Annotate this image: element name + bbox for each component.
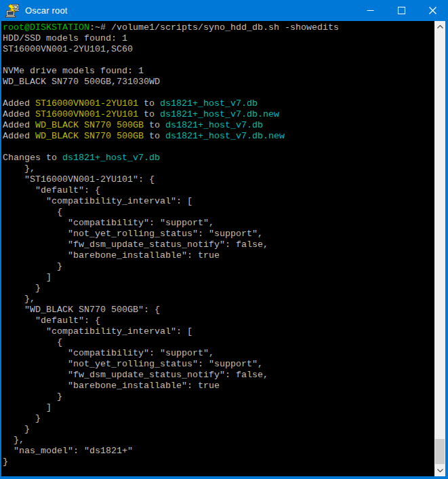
terminal-text-segment: ds1821+_host_v7.db: [165, 120, 263, 130]
terminal-text-segment: to: [138, 98, 160, 109]
terminal-text-segment: }: [3, 424, 30, 434]
terminal-text-segment: },: [3, 294, 35, 304]
terminal-line: },: [3, 435, 434, 446]
terminal-text-segment: "default": {: [3, 315, 100, 326]
terminal-line: [3, 55, 434, 66]
putty-window: Oscar root root@DISKSTATION:~# /volume1: [0, 0, 448, 479]
terminal-line: "default": {: [3, 315, 434, 326]
terminal-text-segment: WD_BLACK SN770 500GB: [35, 120, 144, 130]
terminal-line: "WD_BLACK SN770 500GB": {: [3, 305, 434, 315]
terminal-text-segment: HDD/SSD models found: 1: [3, 33, 127, 43]
scroll-down-button[interactable]: [434, 465, 445, 476]
terminal-line: Added ST16000VN001-2YU101 to ds1821+_hos…: [3, 98, 434, 109]
terminal-line: [3, 88, 434, 98]
terminal-text-segment: ST16000VN001-2YU101: [35, 109, 138, 119]
terminal-text-segment: Added: [3, 98, 35, 109]
terminal-line: "default": {: [3, 185, 434, 196]
terminal-screen[interactable]: root@DISKSTATION:~# /volume1/scripts/syn…: [1, 21, 434, 476]
terminal-line: Added WD_BLACK SN770 500GB to ds1821+_ho…: [3, 120, 434, 131]
terminal-text-segment: Added: [3, 109, 35, 119]
terminal-text-segment: NVMe drive models found: 1: [3, 66, 144, 76]
terminal-text-segment: ]: [3, 272, 52, 282]
terminal-line: "not_yet_rolling_status": "support",: [3, 359, 434, 370]
terminal-text-segment: "nas_model": "ds1821+": [3, 446, 133, 456]
terminal-text-segment: root@DISKSTATION: [3, 22, 89, 33]
terminal-line: ]: [3, 272, 434, 283]
terminal-line: "ST16000VN001-2YU101": {: [3, 174, 434, 185]
terminal-scrollbar[interactable]: [434, 21, 445, 476]
terminal-text-segment: ST16000VN001-2YU101: [35, 98, 138, 109]
minimize-button[interactable]: [354, 0, 386, 21]
window-title: Oscar root: [25, 5, 68, 16]
terminal-line: "compatibility_interval": [: [3, 326, 434, 337]
terminal-text-segment: "barebone_installable": true: [3, 381, 220, 391]
terminal-text-segment: "default": {: [3, 185, 100, 195]
terminal-text-segment: }: [3, 457, 8, 467]
terminal-text-segment: WD_BLACK SN770 500GB,731030WD: [3, 77, 160, 87]
terminal-text-segment: "compatibility_interval": [: [3, 326, 192, 337]
scroll-up-button[interactable]: [434, 21, 445, 33]
terminal-text-segment: to: [138, 109, 160, 119]
close-icon: [429, 7, 436, 14]
terminal-text-segment: },: [3, 435, 24, 445]
terminal-text-segment: ds1821+_host_v7.db.new: [160, 109, 279, 119]
terminal-text-segment: }: [3, 413, 41, 423]
putty-app-icon: [5, 4, 19, 18]
terminal-line: NVMe drive models found: 1: [3, 66, 434, 77]
terminal-line: ST16000VN001-2YU101,SC60: [3, 44, 434, 55]
terminal-line: "compatibility_interval": [: [3, 196, 434, 207]
terminal-line: ]: [3, 402, 434, 413]
window-body: root@DISKSTATION:~# /volume1/scripts/syn…: [1, 21, 445, 476]
chevron-up-icon: [437, 25, 443, 28]
terminal-line: "fw_dsm_update_status_notify": false,: [3, 240, 434, 250]
terminal-text-segment: "compatibility": "support",: [3, 218, 214, 228]
terminal-text-segment: "compatibility_interval": [: [3, 196, 192, 206]
close-button[interactable]: [417, 0, 448, 21]
maximize-button[interactable]: [386, 0, 417, 21]
terminal-line: }: [3, 457, 434, 467]
terminal-text-segment: ]: [3, 402, 52, 413]
terminal-text-segment: "ST16000VN001-2YU101": {: [3, 174, 155, 185]
terminal-text-segment: {: [3, 337, 62, 347]
terminal-text-segment: WD_BLACK SN770 500GB: [35, 131, 144, 141]
terminal-text-segment: "not_yet_rolling_status": "support",: [3, 359, 263, 369]
terminal-line: }: [3, 413, 434, 424]
terminal-line: "compatibility": "support",: [3, 218, 434, 229]
maximize-icon: [398, 7, 405, 14]
terminal-line: }: [3, 283, 434, 294]
terminal-text-segment: "not_yet_rolling_status": "support",: [3, 229, 263, 239]
terminal-text-segment: Changes to: [3, 153, 62, 163]
terminal-text-segment: },: [3, 164, 35, 174]
terminal-text-segment: }: [3, 283, 41, 293]
terminal-line: Added ST16000VN001-2YU101 to ds1821+_hos…: [3, 109, 434, 120]
terminal-text-segment: "WD_BLACK SN770 500GB": {: [3, 305, 160, 315]
terminal-text-segment: {: [3, 207, 62, 217]
titlebar[interactable]: Oscar root: [0, 0, 448, 21]
terminal-line: }: [3, 261, 434, 272]
chevron-down-icon: [437, 469, 443, 472]
terminal-line: Changes to ds1821+_host_v7.db: [3, 153, 434, 164]
terminal-line: }: [3, 391, 434, 402]
terminal-line: WD_BLACK SN770 500GB,731030WD: [3, 77, 434, 88]
terminal-line: },: [3, 294, 434, 305]
terminal-text-segment: "barebone_installable": true: [3, 250, 220, 261]
terminal-text-segment: ds1821+_host_v7.db.new: [165, 131, 285, 141]
minimize-icon: [367, 7, 374, 14]
window-controls: [354, 0, 448, 21]
terminal-line: "barebone_installable": true: [3, 381, 434, 391]
terminal-text-segment: "fw_dsm_update_status_notify": false,: [3, 370, 268, 380]
terminal-line: "fw_dsm_update_status_notify": false,: [3, 370, 434, 381]
terminal-line: },: [3, 164, 434, 174]
scrollbar-thumb[interactable]: [435, 439, 445, 464]
terminal-line: "nas_model": "ds1821+": [3, 446, 434, 457]
terminal-text-segment: Added: [3, 120, 35, 130]
terminal-text-segment: }: [3, 391, 62, 402]
terminal-text-segment: ds1821+_host_v7.db: [160, 98, 258, 109]
terminal-line: }: [3, 424, 434, 435]
terminal-text-segment: ST16000VN001-2YU101,SC60: [3, 44, 133, 54]
terminal-text-segment: ds1821+_host_v7.db: [62, 153, 160, 163]
terminal-line: "compatibility": "support",: [3, 348, 434, 359]
terminal-line: "not_yet_rolling_status": "support",: [3, 229, 434, 240]
terminal-text-segment: "fw_dsm_update_status_notify": false,: [3, 240, 268, 250]
terminal-line: [3, 142, 434, 153]
